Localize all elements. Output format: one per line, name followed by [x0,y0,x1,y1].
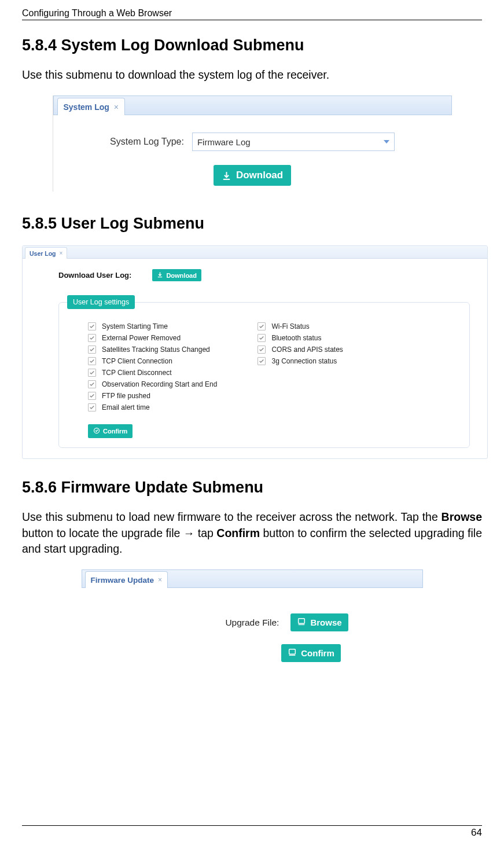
checkbox-item[interactable]: Email alert time [88,403,217,411]
check-circle-icon [93,427,100,435]
text-bold: Confirm [216,527,260,539]
heading-585: 5.8.5 User Log Submenu [22,215,482,233]
checkbox-label: CORS and APIS states [271,346,343,354]
download-label: Download [166,272,197,279]
checkbox-label: System Starting Time [102,322,168,330]
figure-body: System Log Type: Firmware Log Download [53,115,452,192]
system-log-type-select[interactable]: Firmware Log [192,133,395,151]
checkbox-item[interactable]: Satellites Tracking Status Changed [88,346,217,354]
chevron-down-icon [384,140,389,144]
checkbox-item[interactable]: External Power Removed [88,334,217,342]
checkbox-label: TCP Client Disconnect [102,369,172,377]
para-584: Use this submenu to download the system … [22,67,482,83]
close-icon[interactable]: × [114,102,119,112]
checkbox-label: Email alert time [102,403,150,411]
tab-label: User Log [30,250,56,257]
checkbox-label: Observation Recording Start and End [102,380,217,388]
checkbox-label: Bluetooth status [271,334,321,342]
folder-icon [288,648,297,659]
figure-user-log: User Log × Download User Log: Download U… [22,245,488,459]
checkbox-icon [88,357,96,365]
download-icon [222,171,231,181]
checkbox-label: FTP file pushed [102,392,150,400]
tab-system-log[interactable]: System Log × [57,98,126,115]
header-title: Configuring Through a Web Browser [22,8,172,19]
checkbox-item[interactable]: Bluetooth status [257,334,343,342]
confirm-button[interactable]: Confirm [281,644,341,662]
text-bold: Browse [442,510,482,523]
tab-label: Firmware Update [91,576,154,585]
heading-584: 5.8.4 System Log Download Submenu [22,36,482,54]
checkbox-label: Wi-Fi Status [271,322,309,330]
checkbox-icon [88,403,96,411]
checkbox-col-right: Wi-Fi Status Bluetooth status CORS and A… [257,322,343,411]
checkbox-item[interactable]: CORS and APIS states [257,346,343,354]
download-user-log-label: Download User Log: [58,271,131,280]
download-button[interactable]: Download [152,269,201,281]
text: button to locate the upgrade file → tap [22,527,216,539]
checkbox-item[interactable]: FTP file pushed [88,392,217,400]
download-button[interactable]: Download [214,165,291,186]
figure-body: Download User Log: Download User Log set… [23,259,487,458]
svg-rect-1 [299,619,305,624]
heading-586: 5.8.6 Firmware Update Submenu [22,479,482,497]
checkbox-icon [257,334,266,342]
checkbox-item[interactable]: TCP Client Connection [88,357,217,365]
confirm-label: Confirm [103,428,127,435]
user-log-settings-box: User Log settings System Starting Time E… [58,302,470,448]
checkbox-icon [88,334,96,342]
field-label-system-log-type: System Log Type: [110,137,184,147]
tab-firmware-update[interactable]: Firmware Update × [85,571,168,588]
checkbox-item[interactable]: Wi-Fi Status [257,322,343,330]
checkbox-icon [257,322,266,330]
page-number: 64 [471,827,482,838]
tab-bar: System Log × [53,95,452,115]
browse-label: Browse [310,618,341,627]
checkbox-icon [88,369,96,377]
checkbox-icon [88,322,96,330]
checkbox-label: 3g Connection status [271,357,337,365]
tab-label: System Log [64,102,109,112]
select-value: Firmware Log [197,137,251,147]
confirm-label: Confirm [301,648,334,658]
download-label: Download [236,170,283,181]
download-icon [157,271,163,279]
tab-user-log[interactable]: User Log × [25,247,67,259]
checkbox-col-left: System Starting Time External Power Remo… [88,322,217,411]
figure-body: Upgrade File: Browse Confirm [82,588,423,668]
close-icon[interactable]: × [60,250,63,256]
para-586: Use this submenu to load new firmware to… [22,509,482,557]
checkbox-label: Satellites Tracking Status Changed [102,346,210,354]
checkbox-icon [257,346,266,354]
download-row: Download User Log: Download [58,269,470,281]
svg-rect-2 [289,649,296,655]
checkbox-item[interactable]: System Starting Time [88,322,217,330]
confirm-button[interactable]: Confirm [88,424,133,438]
page-footer: 64 [22,825,482,839]
legend-user-log-settings: User Log settings [67,295,135,309]
field-label-upgrade-file: Upgrade File: [225,618,279,628]
figure-firmware-update: Firmware Update × Upgrade File: Browse [82,569,423,668]
checkbox-icon [88,346,96,354]
browse-button[interactable]: Browse [290,613,348,631]
tab-bar: User Log × [23,246,487,259]
checkbox-icon [257,357,266,365]
tab-bar: Firmware Update × [82,569,423,588]
checkbox-icon [88,392,96,400]
close-icon[interactable]: × [158,576,162,584]
checkbox-item[interactable]: TCP Client Disconnect [88,369,217,377]
checkbox-icon [88,380,96,388]
checkbox-label: TCP Client Connection [102,357,172,365]
checkbox-label: External Power Removed [102,334,181,342]
checkbox-columns: System Starting Time External Power Remo… [88,322,455,411]
checkbox-item[interactable]: Observation Recording Start and End [88,380,217,388]
checkbox-item[interactable]: 3g Connection status [257,357,343,365]
page-header: Configuring Through a Web Browser [22,8,482,20]
folder-icon [297,617,306,628]
text: Use this submenu to load new firmware to… [22,510,442,523]
figure-system-log: System Log × System Log Type: Firmware L… [53,95,452,192]
